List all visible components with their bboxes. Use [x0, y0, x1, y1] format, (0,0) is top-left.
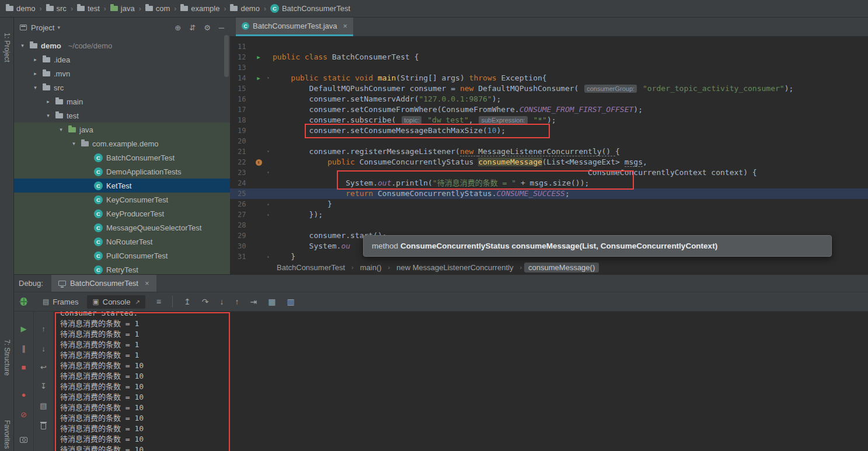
debug-session-tab[interactable]: BatchConsumerTest ×	[51, 275, 156, 292]
resume-icon[interactable]: ▶	[19, 324, 29, 333]
fold-marker-icon[interactable]: ▾	[264, 167, 273, 178]
chevron-collapsed-icon[interactable]: ▸	[44, 99, 52, 104]
run-gutter-icon[interactable]: ▶	[253, 73, 264, 83]
code-line-22[interactable]: 22↑ public ConsumeConcurrentlyStatus con…	[230, 157, 868, 167]
code-line-14[interactable]: 14▶▾ public static void main(String[] ar…	[230, 73, 868, 83]
down-stack-trace-icon[interactable]: ↓	[39, 344, 49, 353]
close-tab-icon[interactable]: ×	[343, 22, 348, 30]
breadcrumb-item-demo[interactable]: demo	[229, 4, 261, 13]
editor-breadcrumb-new-messagelistenerconcurrently[interactable]: new MessageListenerConcurrently	[392, 263, 517, 272]
breadcrumb-item-example[interactable]: example	[179, 4, 221, 13]
tree-item-keyconsumertest[interactable]: CKeyConsumerTest	[14, 193, 230, 207]
chevron-expanded-icon[interactable]: ▾	[19, 43, 26, 48]
breadcrumb-item-com[interactable]: com	[144, 4, 172, 13]
tree-item-demo[interactable]: ▾demo~/code/demo	[14, 39, 230, 53]
tree-item-test[interactable]: ▾test	[14, 109, 230, 123]
step-into-icon[interactable]: ↓	[219, 297, 224, 306]
code-line-27[interactable]: 27▴ });	[230, 209, 868, 220]
code-line-13[interactable]: 13	[230, 62, 868, 73]
run-to-cursor-icon[interactable]: ⇥	[250, 297, 257, 306]
chevron-collapsed-icon[interactable]: ▸	[32, 57, 39, 62]
scroll-to-end-icon[interactable]: ↧	[39, 381, 49, 390]
code-line-23[interactable]: 23▾ ConsumeConcurrentlyContext context) …	[230, 167, 868, 178]
editor-breadcrumb-main[interactable]: main()	[356, 263, 386, 272]
code-line-11[interactable]: 11	[230, 41, 868, 52]
tree-item-idea[interactable]: ▸.idea	[14, 53, 230, 67]
close-session-icon[interactable]: ×	[145, 279, 149, 288]
screenshot-button[interactable]	[19, 435, 29, 445]
code-line-18[interactable]: 18 consumer.subscribe( topic: "dw_test",…	[230, 115, 868, 125]
pause-icon[interactable]: ∥	[19, 344, 29, 353]
tree-item-noroutertest[interactable]: CNoRouterTest	[14, 235, 230, 249]
breadcrumb-item-src[interactable]: src	[45, 4, 68, 13]
editor-breadcrumb-batchconsumertest[interactable]: BatchConsumerTest	[273, 263, 349, 272]
tree-item-messagequeueselectortest[interactable]: CMessageQueueSelectorTest	[14, 221, 230, 235]
code-line-25[interactable]: 25 return ConsumeConcurrentlyStatus.CONS…	[230, 188, 868, 199]
tree-item-kettest[interactable]: CKetTest	[14, 179, 230, 193]
chevron-collapsed-icon[interactable]: ▸	[32, 71, 39, 76]
jump-to-source-icon[interactable]: ↗	[135, 299, 140, 305]
chevron-expanded-icon[interactable]: ▾	[32, 85, 39, 90]
breadcrumb-item-test[interactable]: test	[76, 4, 101, 13]
fold-marker-icon[interactable]: ▴	[264, 199, 273, 209]
hide-panel-icon[interactable]: ─	[219, 23, 224, 32]
breadcrumb-item-batchconsumertest[interactable]: CBatchConsumerTest	[269, 4, 351, 13]
code-line-16[interactable]: 16 consumer.setNamesrvAddr("127.0.0.1:98…	[230, 94, 868, 104]
chevron-expanded-icon[interactable]: ▾	[57, 127, 65, 132]
show-execution-point-icon[interactable]: ↥	[184, 297, 191, 306]
locate-file-icon[interactable]: ⊕	[175, 23, 181, 32]
up-stack-trace-icon[interactable]: ↑	[39, 324, 49, 333]
tree-item-java[interactable]: ▾java	[14, 123, 230, 137]
tree-item-batchconsumertest[interactable]: CBatchConsumerTest	[14, 151, 230, 165]
chevron-expanded-icon[interactable]: ▾	[44, 113, 52, 118]
code-line-20[interactable]: 20	[230, 136, 868, 146]
collapse-all-icon[interactable]: ⇵	[189, 23, 196, 32]
project-view-selector[interactable]: Project ▾	[31, 23, 60, 32]
code-editor[interactable]: 1112▶public class BatchConsumerTest {131…	[230, 37, 868, 260]
fold-marker-icon[interactable]: ▴	[264, 251, 273, 260]
breadcrumb-item-java[interactable]: java	[109, 4, 136, 13]
tree-item-pullconsumertest[interactable]: CPullConsumerTest	[14, 249, 230, 263]
console-output[interactable]: Consumer Started.待消息消费的条数 = 1待消息消费的条数 = …	[54, 312, 868, 451]
tree-item-demoapplicationtests[interactable]: CDemoApplicationTests	[14, 165, 230, 179]
tree-item-mvn[interactable]: ▸.mvn	[14, 67, 230, 81]
fold-marker-icon[interactable]: ▾	[264, 73, 273, 83]
view-breakpoints-icon[interactable]: ●	[19, 390, 29, 399]
fold-marker-icon[interactable]: ▴	[264, 209, 273, 220]
run-gutter-icon[interactable]: ▶	[253, 52, 264, 62]
tree-scrollbar[interactable]	[224, 35, 229, 77]
overrides-gutter-icon[interactable]: ↑	[253, 157, 264, 167]
tree-item-main[interactable]: ▸main	[14, 95, 230, 109]
tree-item-keyproducertest[interactable]: CKeyProducerTest	[14, 207, 230, 221]
code-line-15[interactable]: 15 DefaultMQPushConsumer consumer = new …	[230, 83, 868, 94]
debugger-settings-icon[interactable]: ▥	[287, 297, 294, 306]
step-over-icon[interactable]: ↷	[202, 297, 209, 306]
print-icon[interactable]: ▤	[39, 401, 49, 410]
stripe-project-button[interactable]: 1: Project	[3, 33, 11, 62]
code-line-28[interactable]: 28	[230, 220, 868, 230]
code-line-17[interactable]: 17 consumer.setConsumeFromWhere(ConsumeF…	[230, 104, 868, 115]
code-line-12[interactable]: 12▶public class BatchConsumerTest {	[230, 52, 868, 62]
chevron-expanded-icon[interactable]: ▾	[70, 141, 78, 146]
settings-gear-icon[interactable]: ⚙	[204, 23, 211, 32]
stripe-structure-button[interactable]: 7: Structure	[3, 340, 11, 376]
breadcrumb-item-demo[interactable]: demo	[5, 4, 37, 13]
code-line-19[interactable]: 19 consumer.setConsumeMessageBatchMaxSiz…	[230, 125, 868, 136]
editor-breadcrumb-consumemessage[interactable]: consumeMessage()	[524, 263, 599, 272]
editor-tab-batchconsumertest-java[interactable]: C BatchConsumerTest.java ×	[236, 18, 353, 36]
debug-tab-frames[interactable]: ▤Frames	[37, 295, 83, 309]
restore-layout-icon[interactable]: ≡	[156, 297, 161, 306]
rerun-debug-icon[interactable]	[20, 298, 27, 306]
code-line-26[interactable]: 26▴ }	[230, 199, 868, 209]
stop-icon[interactable]: ■	[19, 362, 29, 372]
code-line-24[interactable]: 24 System.out.println("待消息消费的条数 = " + ms…	[230, 178, 868, 188]
stripe-favorites-button[interactable]: Favorites	[3, 420, 11, 449]
clear-all-button[interactable]	[39, 421, 49, 430]
evaluate-expression-icon[interactable]: ▦	[268, 297, 276, 306]
soft-wrap-icon[interactable]: ↩	[39, 362, 49, 372]
tree-item-retrytest[interactable]: CRetryTest	[14, 263, 230, 274]
fold-marker-icon[interactable]: ▾	[264, 146, 273, 157]
tree-item-src[interactable]: ▾src	[14, 81, 230, 95]
step-out-icon[interactable]: ↑	[235, 297, 239, 306]
code-line-21[interactable]: 21▾ consumer.registerMessageListener(new…	[230, 146, 868, 157]
